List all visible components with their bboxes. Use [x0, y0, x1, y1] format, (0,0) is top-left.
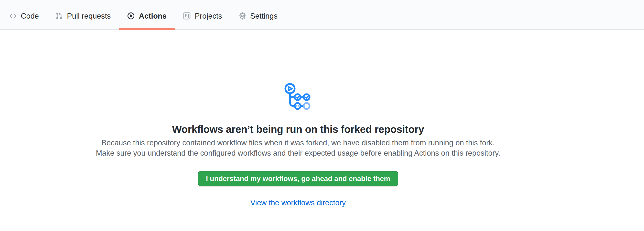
tab-label: Settings [250, 12, 278, 20]
workflow-graph-icon [284, 83, 312, 110]
actions-disabled-blankslate: Workflows aren’t being run on this forke… [0, 30, 596, 207]
code-icon [9, 12, 16, 20]
tab-projects[interactable]: Projects [175, 0, 230, 29]
project-board-icon [183, 12, 190, 20]
tab-code[interactable]: Code [1, 0, 47, 29]
tab-label: Code [21, 12, 39, 20]
repo-tab-nav: Code Pull requests Actions [0, 0, 644, 30]
tab-label: Pull requests [67, 12, 111, 20]
blankslate-heading: Workflows aren’t being run on this forke… [172, 124, 424, 135]
play-circle-icon [127, 12, 134, 20]
tab-pull-requests[interactable]: Pull requests [47, 0, 119, 29]
tab-settings[interactable]: Settings [230, 0, 286, 29]
enable-workflows-button[interactable]: I understand my workflows, go ahead and … [198, 171, 398, 186]
tab-label: Projects [195, 12, 222, 20]
gear-icon [239, 12, 246, 20]
blankslate-description: Because this repository contained workfl… [93, 138, 503, 158]
view-workflows-directory-link[interactable]: View the workflows directory [250, 198, 346, 207]
tab-label: Actions [139, 12, 166, 20]
tab-actions[interactable]: Actions [119, 0, 175, 29]
git-pull-request-icon [56, 12, 63, 20]
